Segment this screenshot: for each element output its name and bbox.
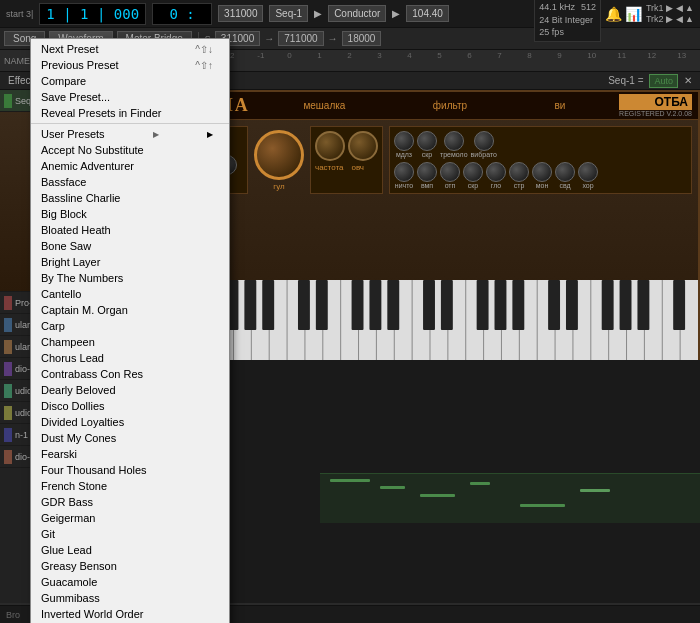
track-color: [4, 428, 12, 442]
menu-item-next-preset[interactable]: Next Preset ^⇧↓: [31, 41, 229, 57]
freq-section: частота овч: [310, 126, 383, 194]
menu-item-bright[interactable]: Bright Layer: [31, 254, 229, 270]
note: [330, 479, 370, 482]
right-knobs: мдлз скр тремоло: [394, 131, 687, 158]
menu-item-dearly[interactable]: Dearly Beloved: [31, 382, 229, 398]
menu-item-cantello[interactable]: Cantello: [31, 286, 229, 302]
knob-r3[interactable]: [444, 131, 464, 151]
menu-item-save-preset[interactable]: Save Preset...: [31, 89, 229, 105]
close-icon[interactable]: ✕: [684, 75, 692, 86]
loop-start-btn[interactable]: 311000: [218, 5, 263, 22]
menu-item-bonesaw[interactable]: Bone Saw: [31, 238, 229, 254]
knob-col: скр: [463, 162, 483, 189]
mixer-label: мешалка: [303, 100, 345, 111]
menu-item-dust[interactable]: Dust My Cones: [31, 430, 229, 446]
knob-r10[interactable]: [509, 162, 529, 182]
main-knob[interactable]: [254, 130, 304, 180]
menu-item-glue[interactable]: Glue Lead: [31, 542, 229, 558]
gul-label: гул: [273, 182, 284, 191]
knob-r9[interactable]: [486, 162, 506, 182]
svg-rect-47: [602, 280, 614, 330]
position-display: 1 | 1 | 000: [39, 3, 146, 25]
menu-item-geiger[interactable]: Geigerman: [31, 510, 229, 526]
piano-roll-pattern: [320, 474, 700, 523]
knob-mon[interactable]: [532, 162, 552, 182]
knob-r5[interactable]: [394, 162, 414, 182]
menu-item-chorus[interactable]: Chorus Lead: [31, 350, 229, 366]
keyboard[interactable]: [162, 280, 698, 360]
knob-r6[interactable]: [417, 162, 437, 182]
menu-item-divided[interactable]: Divided Loyalties: [31, 414, 229, 430]
menu-item-champeen[interactable]: Champeen: [31, 334, 229, 350]
menu-item-greasy[interactable]: Greasy Benson: [31, 558, 229, 574]
menu-item-fourholes[interactable]: Four Thousand Holes: [31, 462, 229, 478]
svg-rect-48: [620, 280, 632, 330]
menu-item-git[interactable]: Git: [31, 526, 229, 542]
knob-svd[interactable]: [555, 162, 575, 182]
menu-item-gdrbass[interactable]: GDR Bass: [31, 494, 229, 510]
range-sep: →: [264, 33, 274, 44]
vb-label: ви: [554, 100, 565, 111]
knob-r1[interactable]: [394, 131, 414, 151]
menu-item-reveal[interactable]: Reveal Presets in Finder: [31, 105, 229, 121]
menu-item-contrabass[interactable]: Contrabass Con Res: [31, 366, 229, 382]
menu-item-bassface[interactable]: Bassface: [31, 174, 229, 190]
menu-item-carp[interactable]: Carp: [31, 318, 229, 334]
menu-item-gummi[interactable]: Gummibass: [31, 590, 229, 606]
menu-item-user-presets[interactable]: User Presets ▶: [31, 126, 229, 142]
note: [520, 504, 565, 507]
knob-freq[interactable]: [315, 131, 345, 161]
knob-ovc[interactable]: [348, 131, 378, 161]
menu-item-bigblock[interactable]: Big Block: [31, 206, 229, 222]
tempo-btn[interactable]: 104.40: [406, 5, 449, 22]
knob-r2[interactable]: [417, 131, 437, 151]
knob-xor[interactable]: [578, 162, 598, 182]
svg-rect-46: [566, 280, 578, 330]
menu-item-bassline[interactable]: Bassline Charlie: [31, 190, 229, 206]
clock-info: Internal Clock 44.1 kHz 512 24 Bit Integ…: [534, 0, 601, 42]
keyboard-svg: [162, 280, 698, 360]
knob-r7[interactable]: [440, 162, 460, 182]
dropdown-menu[interactable]: Next Preset ^⇧↓ Previous Preset ^⇧↑ Comp…: [30, 38, 230, 623]
svg-rect-35: [298, 280, 310, 330]
synth-body: СИНХ зат 3 а с д в: [162, 120, 698, 360]
menu-item-accept[interactable]: Accept No Substitute: [31, 142, 229, 158]
transport-bar: start 3| 1 | 1 | 000 0 : 311000 Seq-1 ▶ …: [0, 0, 700, 28]
synth-header: ©ГШНА мешалка фильтр ви ОТБА REGISTERED …: [162, 92, 698, 120]
track-name: n-1: [15, 430, 28, 440]
start-label: start 3|: [6, 9, 33, 19]
filter-label: фильтр: [433, 100, 467, 111]
menu-item-prev-preset[interactable]: Previous Preset ^⇧↑: [31, 57, 229, 73]
menu-item-compare[interactable]: Compare: [31, 73, 229, 89]
knob-col: мдлз: [394, 131, 414, 158]
knob-col: вмп: [417, 162, 437, 189]
note: [580, 489, 610, 492]
menu-item-french[interactable]: French Stone: [31, 478, 229, 494]
conductor-btn[interactable]: Conductor: [328, 5, 386, 22]
auto-button[interactable]: Auto: [649, 74, 678, 88]
clock-display: 0 :: [152, 3, 212, 25]
svg-rect-38: [369, 280, 381, 330]
menu-item-guac[interactable]: Guacamole: [31, 574, 229, 590]
menu-item-inverted[interactable]: Inverted World Order: [31, 606, 229, 622]
loop-end2-btn[interactable]: 18000: [342, 31, 382, 46]
knob-col: стр: [509, 162, 529, 189]
knob-col: ничто: [394, 162, 414, 189]
menu-item-adventurer[interactable]: Anemic Adventurer: [31, 158, 229, 174]
menu-item-disco[interactable]: Disco Dollies: [31, 398, 229, 414]
svg-rect-45: [548, 280, 560, 330]
synth-right-logo: ОТБА REGISTERED V.2.0.08: [619, 94, 692, 117]
knob-r4[interactable]: [474, 131, 494, 151]
knob-r8[interactable]: [463, 162, 483, 182]
knob-col: хор: [578, 162, 598, 189]
right-knobs2: ничто вмп отп: [394, 162, 687, 189]
seq-btn[interactable]: Seq-1: [269, 5, 308, 22]
menu-item-captain[interactable]: Captain M. Organ: [31, 302, 229, 318]
menu-item-bynumbers[interactable]: By The Numbers: [31, 270, 229, 286]
range-sep2: →: [328, 33, 338, 44]
menu-item-fearski[interactable]: Fearski: [31, 446, 229, 462]
loop-end-btn[interactable]: 711000: [278, 31, 323, 46]
svg-rect-44: [512, 280, 524, 330]
effects-right: Seq-1 = Auto ✕: [608, 74, 692, 88]
menu-item-bloated[interactable]: Bloated Heath: [31, 222, 229, 238]
